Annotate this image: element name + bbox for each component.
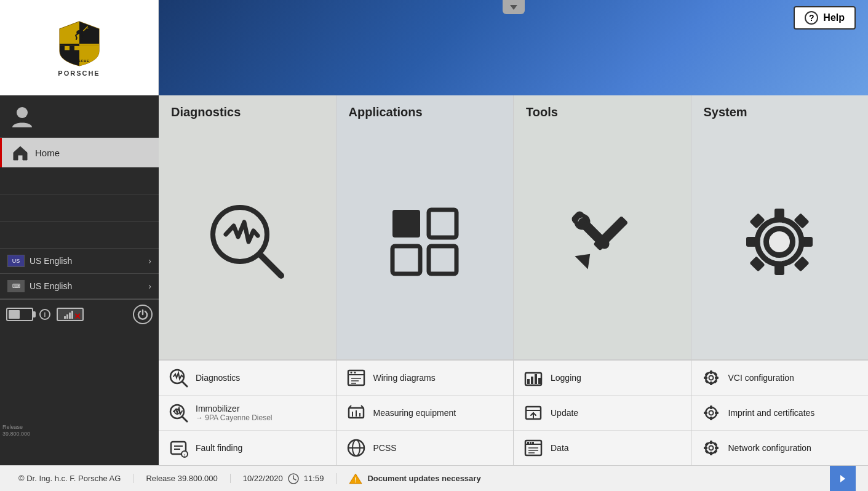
svg-rect-79 (532, 442, 534, 444)
svg-text:!: ! (184, 453, 185, 457)
scroll-right-button[interactable] (830, 466, 856, 492)
svg-rect-19 (392, 210, 420, 238)
svg-rect-77 (527, 442, 529, 444)
system-menu-col: VCI configuration Imprint and certificat… (691, 361, 869, 465)
menu-item-measuring-equipment[interactable]: Measuring equipment (336, 396, 514, 431)
diagnostics-header: Diagnostics (159, 95, 336, 124)
menu-vci-configuration-label: VCI configuration (728, 373, 794, 383)
fault-finding-menu-icon: ! (169, 438, 188, 458)
menu-item-data[interactable]: Data (514, 431, 691, 465)
logging-menu-icon (524, 368, 543, 388)
chevron-down-icon (510, 5, 517, 10)
help-button[interactable]: ? Help (794, 6, 856, 30)
svg-marker-27 (575, 247, 596, 269)
menu-item-pcss[interactable]: PCSS (336, 431, 514, 465)
applications-icon-area (336, 124, 514, 359)
battery-icon (6, 308, 33, 321)
help-label: Help (823, 12, 845, 23)
status-copyright: © Dr. Ing. h.c. F. Porsche AG (12, 474, 133, 483)
home-icon (12, 144, 29, 161)
svg-rect-15 (69, 313, 71, 319)
content-grid: Diagnostics Applications (159, 95, 868, 465)
porsche-wordmark: PORSCHE (58, 70, 100, 77)
tools-header: Tools (514, 95, 691, 124)
svg-line-111 (293, 479, 296, 480)
svg-rect-14 (66, 314, 68, 319)
power-button[interactable] (133, 305, 153, 324)
update-menu-icon (524, 403, 543, 423)
sidebar-home-label: Home (35, 148, 60, 158)
svg-rect-10 (74, 46, 79, 50)
sidebar-lang-item-1[interactable]: US US English › (0, 249, 159, 274)
svg-rect-78 (530, 442, 532, 444)
system-header: System (691, 95, 869, 124)
menu-item-network-configuration[interactable]: Network configuration (691, 431, 869, 465)
svg-point-94 (709, 411, 713, 415)
svg-rect-20 (429, 210, 456, 238)
applications-header: Applications (336, 95, 514, 124)
pcss-menu-icon (346, 438, 366, 458)
svg-rect-7 (60, 46, 65, 50)
menu-pcss-label: PCSS (373, 443, 397, 453)
user-icon (10, 104, 34, 129)
applications-section[interactable]: Applications (336, 95, 514, 360)
menu-measuring-equipment-label: Measuring equipment (373, 408, 456, 418)
svg-rect-21 (392, 246, 420, 274)
sidebar-lang-item-2[interactable]: ⌨ US English › (0, 274, 159, 299)
menu-network-configuration-label: Network configuration (728, 443, 811, 453)
lang1-arrow-icon: › (148, 256, 151, 266)
applications-main-icon (381, 199, 468, 285)
menu-item-update[interactable]: Update (514, 396, 691, 431)
tools-main-icon (559, 199, 645, 285)
svg-rect-13 (64, 316, 66, 319)
status-release: Release 39.800.000 (133, 474, 230, 483)
svg-rect-102 (710, 452, 712, 455)
svg-rect-103 (704, 447, 707, 449)
svg-rect-95 (710, 405, 712, 409)
menu-item-imprint-certificates[interactable]: Imprint and certificates (691, 396, 869, 431)
diagnostics-section[interactable]: Diagnostics (159, 95, 336, 360)
svg-rect-104 (715, 447, 719, 449)
svg-text:PORSCHE: PORSCHE (69, 59, 89, 63)
sidebar-bottom-controls: i ✕ (0, 299, 159, 329)
svg-rect-97 (704, 412, 707, 414)
network-configuration-menu-icon (701, 438, 721, 458)
diagnostics-menu-icon (169, 368, 188, 388)
svg-rect-69 (531, 377, 533, 384)
menu-item-immobilizer[interactable]: Immobilizer → 9PA Cayenne Diesel (159, 396, 336, 431)
menu-item-wiring-diagrams[interactable]: Wiring diagrams (336, 361, 514, 396)
wiring-diagrams-menu-icon (346, 368, 366, 388)
svg-text:!: ! (355, 477, 357, 484)
system-section[interactable]: System (691, 95, 869, 360)
dropdown-button[interactable] (503, 0, 525, 14)
svg-rect-8 (65, 46, 70, 50)
menu-immobilizer-label: Immobilizer (196, 404, 273, 413)
tools-section[interactable]: Tools (514, 95, 691, 360)
svg-rect-68 (527, 379, 530, 384)
sidebar: Home US US English › ⌨ US English › (0, 95, 159, 465)
header-banner: ? Help (159, 0, 868, 95)
svg-rect-22 (429, 246, 456, 274)
release-info: Release 39.800.000 (2, 424, 30, 438)
clock-icon (288, 473, 299, 484)
measuring-equipment-menu-icon (346, 403, 366, 423)
menu-item-fault-finding[interactable]: ! Fault finding (159, 431, 336, 465)
menu-wiring-diagrams-label: Wiring diagrams (373, 373, 436, 383)
svg-line-44 (182, 417, 187, 421)
svg-rect-98 (715, 412, 719, 414)
svg-rect-85 (710, 370, 712, 374)
menu-update-label: Update (551, 408, 578, 418)
status-datetime: 10/22/2020 11:59 (231, 473, 337, 484)
menu-immobilizer-sublabel: → 9PA Cayenne Diesel (196, 413, 273, 422)
tools-icon-area (514, 124, 691, 359)
sidebar-divider-2 (0, 194, 159, 222)
keyboard-icon: ⌨ (7, 280, 25, 292)
svg-point-12 (17, 107, 28, 118)
help-icon: ? (805, 11, 818, 25)
menu-item-diagnostics[interactable]: Diagnostics (159, 361, 336, 396)
menu-item-vci-configuration[interactable]: VCI configuration (691, 361, 869, 396)
svg-rect-70 (535, 374, 537, 384)
sidebar-item-home[interactable]: Home (0, 138, 159, 167)
menu-item-logging[interactable]: Logging (514, 361, 691, 396)
sidebar-user-area (0, 95, 159, 138)
